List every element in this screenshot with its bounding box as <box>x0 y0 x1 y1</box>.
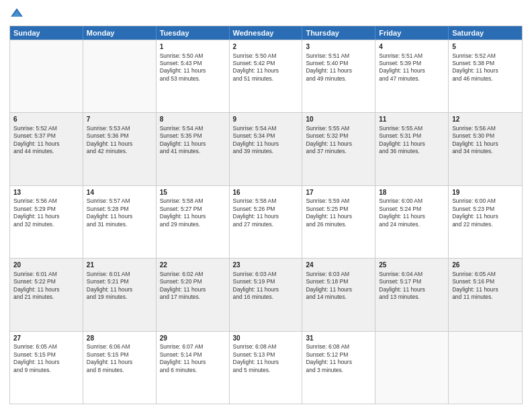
daylight-text: Daylight: 11 hours <box>233 359 299 366</box>
calendar-cell <box>83 40 157 112</box>
daylight-text: Daylight: 11 hours <box>13 359 79 366</box>
daylight-text-cont: and 31 minutes. <box>87 221 152 228</box>
day-number: 19 <box>452 188 519 197</box>
daylight-text-cont: and 11 minutes. <box>452 293 519 301</box>
day-number: 5 <box>452 42 519 52</box>
sunrise-text: Sunrise: 6:05 AM <box>452 271 519 278</box>
sunrise-text: Sunrise: 6:00 AM <box>452 197 519 205</box>
sunset-text: Sunset: 5:28 PM <box>87 205 152 213</box>
daylight-text-cont: and 6 minutes. <box>160 367 226 374</box>
daylight-text-cont: and 8 minutes. <box>87 367 152 374</box>
sunset-text: Sunset: 5:42 PM <box>233 60 299 67</box>
sunset-text: Sunset: 5:43 PM <box>160 60 226 67</box>
calendar-cell <box>375 332 449 404</box>
sunset-text: Sunset: 5:40 PM <box>306 60 371 67</box>
day-number: 12 <box>452 115 519 124</box>
sunrise-text: Sunrise: 5:56 AM <box>452 125 519 132</box>
sunrise-text: Sunrise: 6:01 AM <box>13 271 79 278</box>
daylight-text-cont: and 19 minutes. <box>87 293 152 301</box>
day-number: 26 <box>452 261 519 270</box>
calendar-week: 1Sunrise: 5:50 AMSunset: 5:43 PMDaylight… <box>10 40 522 112</box>
daylight-text-cont: and 37 minutes. <box>306 148 371 155</box>
weekday-header: Saturday <box>449 26 522 40</box>
sunset-text: Sunset: 5:36 PM <box>87 132 152 140</box>
calendar-cell: 14Sunrise: 5:57 AMSunset: 5:28 PMDayligh… <box>83 186 157 258</box>
calendar-cell: 28Sunrise: 6:06 AMSunset: 5:15 PMDayligh… <box>83 332 157 404</box>
sunrise-text: Sunrise: 6:07 AM <box>160 343 226 351</box>
sunrise-text: Sunrise: 5:51 AM <box>306 52 371 60</box>
sunrise-text: Sunrise: 5:58 AM <box>160 197 226 205</box>
day-number: 17 <box>306 188 371 197</box>
daylight-text: Daylight: 11 hours <box>306 286 371 293</box>
sunrise-text: Sunrise: 5:55 AM <box>306 125 371 132</box>
daylight-text: Daylight: 11 hours <box>87 213 152 220</box>
daylight-text-cont: and 34 minutes. <box>452 148 519 155</box>
day-number: 14 <box>87 188 152 197</box>
day-number: 8 <box>160 115 226 124</box>
calendar-cell: 3Sunrise: 5:51 AMSunset: 5:40 PMDaylight… <box>302 40 375 112</box>
day-number: 22 <box>160 261 226 270</box>
daylight-text-cont: and 44 minutes. <box>13 148 79 155</box>
calendar-cell <box>10 40 83 112</box>
sunrise-text: Sunrise: 6:05 AM <box>13 343 79 351</box>
sunrise-text: Sunrise: 6:08 AM <box>306 343 371 351</box>
sunset-text: Sunset: 5:13 PM <box>233 351 299 359</box>
calendar-cell: 23Sunrise: 6:03 AMSunset: 5:19 PMDayligh… <box>230 259 303 330</box>
day-number: 29 <box>160 334 226 343</box>
daylight-text-cont: and 13 minutes. <box>379 293 445 301</box>
sunset-text: Sunset: 5:12 PM <box>306 351 371 359</box>
weekday-header: Thursday <box>302 26 375 40</box>
daylight-text: Daylight: 11 hours <box>452 213 519 220</box>
sunset-text: Sunset: 5:22 PM <box>13 278 79 285</box>
day-number: 1 <box>160 42 226 52</box>
daylight-text-cont: and 17 minutes. <box>160 293 226 301</box>
daylight-text-cont: and 32 minutes. <box>13 221 79 228</box>
calendar-cell: 31Sunrise: 6:08 AMSunset: 5:12 PMDayligh… <box>302 332 375 404</box>
day-number: 27 <box>13 334 79 343</box>
daylight-text: Daylight: 11 hours <box>233 67 299 75</box>
calendar-cell: 4Sunrise: 5:51 AMSunset: 5:39 PMDaylight… <box>375 40 449 112</box>
calendar-cell: 9Sunrise: 5:54 AMSunset: 5:34 PMDaylight… <box>230 113 303 185</box>
day-number: 2 <box>233 42 299 52</box>
calendar-cell: 1Sunrise: 5:50 AMSunset: 5:43 PMDaylight… <box>157 40 230 112</box>
sunset-text: Sunset: 5:19 PM <box>233 278 299 285</box>
calendar-cell: 19Sunrise: 6:00 AMSunset: 5:23 PMDayligh… <box>449 186 522 258</box>
daylight-text: Daylight: 11 hours <box>452 140 519 148</box>
header <box>9 7 523 21</box>
daylight-text: Daylight: 11 hours <box>379 67 445 75</box>
sunset-text: Sunset: 5:25 PM <box>306 205 371 213</box>
day-number: 3 <box>306 42 371 52</box>
sunset-text: Sunset: 5:24 PM <box>379 205 445 213</box>
daylight-text: Daylight: 11 hours <box>233 213 299 220</box>
daylight-text: Daylight: 11 hours <box>160 213 226 220</box>
daylight-text: Daylight: 11 hours <box>160 286 226 293</box>
daylight-text-cont: and 29 minutes. <box>160 221 226 228</box>
daylight-text: Daylight: 11 hours <box>13 140 79 148</box>
calendar-week: 27Sunrise: 6:05 AMSunset: 5:15 PMDayligh… <box>10 331 522 404</box>
calendar-cell: 30Sunrise: 6:08 AMSunset: 5:13 PMDayligh… <box>230 332 303 404</box>
daylight-text: Daylight: 11 hours <box>87 286 152 293</box>
sunset-text: Sunset: 5:18 PM <box>306 278 371 285</box>
daylight-text-cont: and 26 minutes. <box>306 221 371 228</box>
daylight-text-cont: and 3 minutes. <box>306 367 371 374</box>
daylight-text-cont: and 51 minutes. <box>233 75 299 83</box>
sunrise-text: Sunrise: 5:59 AM <box>306 197 371 205</box>
day-number: 25 <box>379 261 445 270</box>
weekday-header: Tuesday <box>157 26 230 40</box>
calendar-cell: 26Sunrise: 6:05 AMSunset: 5:16 PMDayligh… <box>449 259 522 330</box>
sunset-text: Sunset: 5:38 PM <box>452 60 519 67</box>
daylight-text: Daylight: 11 hours <box>160 140 226 148</box>
sunrise-text: Sunrise: 5:54 AM <box>160 125 226 132</box>
sunrise-text: Sunrise: 5:53 AM <box>87 125 152 132</box>
day-number: 6 <box>13 115 79 124</box>
sunset-text: Sunset: 5:34 PM <box>233 132 299 140</box>
sunrise-text: Sunrise: 5:56 AM <box>13 197 79 205</box>
calendar-cell: 5Sunrise: 5:52 AMSunset: 5:38 PMDaylight… <box>449 40 522 112</box>
calendar-cell: 22Sunrise: 6:02 AMSunset: 5:20 PMDayligh… <box>157 259 230 330</box>
day-number: 24 <box>306 261 371 270</box>
calendar-cell: 10Sunrise: 5:55 AMSunset: 5:32 PMDayligh… <box>302 113 375 185</box>
daylight-text-cont: and 27 minutes. <box>233 221 299 228</box>
logo <box>9 7 27 21</box>
daylight-text-cont: and 36 minutes. <box>379 148 445 155</box>
day-number: 31 <box>306 334 371 343</box>
